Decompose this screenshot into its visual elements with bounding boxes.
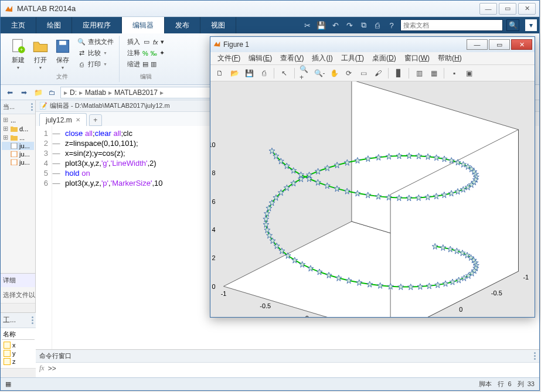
figure-menu-桌面[interactable]: 桌面(D): [369, 52, 400, 64]
new-button[interactable]: + 新建▼: [9, 37, 28, 71]
quick-print-icon[interactable]: ⎙: [372, 20, 383, 30]
insert-button[interactable]: 插入 ▭ fx ▾: [125, 37, 166, 47]
compare-button[interactable]: ⇄比较▼: [76, 48, 115, 58]
status-bar: ▦ 脚本 行 6 列 33: [1, 377, 539, 390]
save-button[interactable]: 保存▼: [53, 37, 72, 71]
search-docs-input[interactable]: [403, 22, 500, 29]
tab-publish[interactable]: 发布: [165, 17, 200, 33]
search-docs-button[interactable]: 🔍: [506, 19, 519, 31]
figure-canvas[interactable]: 0246810-1-0.500.51-1-0.500.51: [210, 81, 535, 317]
file-item[interactable]: ju...: [2, 158, 34, 166]
nav-up-button[interactable]: 📁: [32, 87, 44, 98]
fig-zoomin-icon[interactable]: 🔍+: [299, 67, 311, 79]
search-docs-field[interactable]: [400, 19, 503, 31]
fig-new-icon[interactable]: 🗋: [214, 67, 226, 79]
pane-menu-icon[interactable]: [534, 352, 536, 360]
tab-add-button[interactable]: +: [89, 114, 102, 126]
figure-minimize-button[interactable]: —: [467, 39, 488, 50]
file-item[interactable]: ju...: [2, 150, 34, 158]
workspace-var[interactable]: y: [3, 349, 33, 357]
figure-menu-查看[interactable]: 查看(V): [277, 52, 307, 64]
figure-window[interactable]: Figure 1 — ▭ ✕ 文件(F)编辑(E)查看(V)插入(I)工具(T)…: [210, 36, 535, 318]
currentfolder-list[interactable]: ⊞... ⊞d... ⊞... ju... ju... ju...: [1, 114, 35, 273]
fig-hide-icon[interactable]: ▪: [448, 67, 460, 79]
fig-dock-icon[interactable]: ▣: [463, 67, 475, 79]
nav-back-button[interactable]: ⬅: [4, 87, 16, 98]
svg-rect-4: [59, 41, 66, 45]
path-seg-2[interactable]: MATLAB2017: [113, 88, 159, 97]
section-icon: ▭: [142, 38, 151, 46]
fig-brush-icon[interactable]: 🖌: [372, 67, 384, 79]
quick-help-icon[interactable]: ?: [386, 20, 397, 30]
figure-maximize-button[interactable]: ▭: [489, 39, 510, 50]
findfiles-button[interactable]: 🔍查找文件: [76, 37, 115, 47]
fx-icon[interactable]: fx: [39, 364, 45, 373]
workspace-var[interactable]: x: [3, 341, 33, 349]
code-area[interactable]: close all;clear all;clcz=linspace(0,10,1…: [60, 126, 168, 349]
indent-button[interactable]: 缩进 ▤ ▥: [125, 59, 166, 69]
figure-menubar: 文件(F)编辑(E)查看(V)插入(I)工具(T)桌面(D)窗口(W)帮助(H): [210, 52, 535, 65]
fig-open-icon[interactable]: 📂: [229, 67, 240, 79]
window-minimize-button[interactable]: —: [479, 3, 497, 15]
fig-print-icon[interactable]: ⎙: [258, 67, 270, 79]
nav-history-button[interactable]: 🗀: [46, 87, 58, 98]
pane-menu-icon[interactable]: [31, 103, 33, 111]
quick-undo-icon[interactable]: ↶: [330, 20, 341, 30]
matlab-logo-icon: [213, 40, 221, 50]
workspace-var[interactable]: z: [3, 357, 33, 366]
window-maximize-button[interactable]: ▭: [499, 3, 516, 15]
figure-toolbar: 🗋 📂 💾 ⎙ ↖ 🔍+ 🔍- ✋ ⟳ ▭ 🖌 ▊ ▥ ▦ ▪ ▣: [210, 65, 535, 81]
figure-menu-编辑[interactable]: 编辑(E): [245, 52, 275, 64]
variable-icon: [4, 350, 11, 357]
svg-rect-6: [11, 151, 17, 157]
comment-button[interactable]: 注释 % ‰ ✦: [125, 48, 166, 58]
path-seg-drive[interactable]: D:: [68, 88, 79, 97]
pane-menu-icon[interactable]: [32, 316, 33, 324]
window-close-button[interactable]: ✕: [518, 3, 536, 15]
fig-pan-icon[interactable]: ✋: [328, 67, 340, 79]
fig-datatip-icon[interactable]: ▭: [358, 67, 369, 79]
path-seg-1[interactable]: Matlab: [83, 88, 108, 97]
figure-menu-窗口[interactable]: 窗口(W): [401, 52, 433, 64]
figure-menu-帮助[interactable]: 帮助(H): [434, 52, 465, 64]
outdent-icon: ▥: [151, 60, 156, 68]
quick-cut-icon[interactable]: ✂: [302, 20, 312, 30]
tab-apps[interactable]: 应用程序: [72, 17, 122, 33]
tab-view[interactable]: 视图: [200, 17, 236, 33]
quick-redo-icon[interactable]: ↷: [344, 20, 355, 30]
workspace-col-name[interactable]: 名称: [2, 329, 35, 340]
fig-colorbar-icon[interactable]: ▊: [393, 67, 404, 79]
fig-save-icon[interactable]: 💾: [243, 67, 255, 79]
folder-item[interactable]: ⊞...: [2, 115, 34, 124]
figure-close-button[interactable]: ✕: [511, 39, 532, 50]
nav-fwd-button[interactable]: ➡: [18, 87, 30, 98]
command-prompt[interactable]: >>: [48, 364, 56, 373]
fig-axes-icon[interactable]: ▦: [428, 67, 440, 79]
file-item[interactable]: ju...: [2, 142, 34, 150]
figure-menu-工具[interactable]: 工具(T): [338, 52, 368, 64]
scrollbar-h[interactable]: [1, 368, 36, 377]
tab-close-icon[interactable]: ✕: [76, 117, 80, 123]
folder-icon: [11, 126, 18, 132]
print-button[interactable]: ⎙打印▼: [76, 59, 115, 69]
quick-save-icon[interactable]: 💾: [316, 20, 326, 30]
ribbon-collapse-button[interactable]: ▾: [525, 19, 537, 31]
breakpoint-column[interactable]: ——————: [52, 126, 60, 349]
editor-file-tab[interactable]: july12.m ✕: [39, 113, 87, 126]
tab-plots[interactable]: 绘图: [36, 17, 72, 33]
fig-legend-icon[interactable]: ▥: [413, 67, 425, 79]
folder-item[interactable]: ⊞...: [2, 133, 34, 142]
folder-item[interactable]: ⊞d...: [2, 124, 34, 133]
fig-zoomout-icon[interactable]: 🔍-: [314, 67, 325, 79]
figure-menu-插入[interactable]: 插入(I): [308, 52, 336, 64]
figure-titlebar[interactable]: Figure 1 — ▭ ✕: [210, 37, 535, 52]
scrollbar-h[interactable]: [1, 303, 35, 312]
quick-copy-icon[interactable]: ⧉: [358, 20, 369, 30]
figure-menu-文件[interactable]: 文件(F): [214, 52, 244, 64]
tab-home[interactable]: 主页: [1, 17, 36, 33]
open-button[interactable]: 打开▼: [31, 37, 50, 71]
tab-editor[interactable]: 编辑器: [122, 17, 165, 33]
fig-rotate-icon[interactable]: ⟳: [343, 67, 355, 79]
status-script: 脚本: [479, 380, 492, 388]
fig-pointer-icon[interactable]: ↖: [278, 67, 290, 79]
